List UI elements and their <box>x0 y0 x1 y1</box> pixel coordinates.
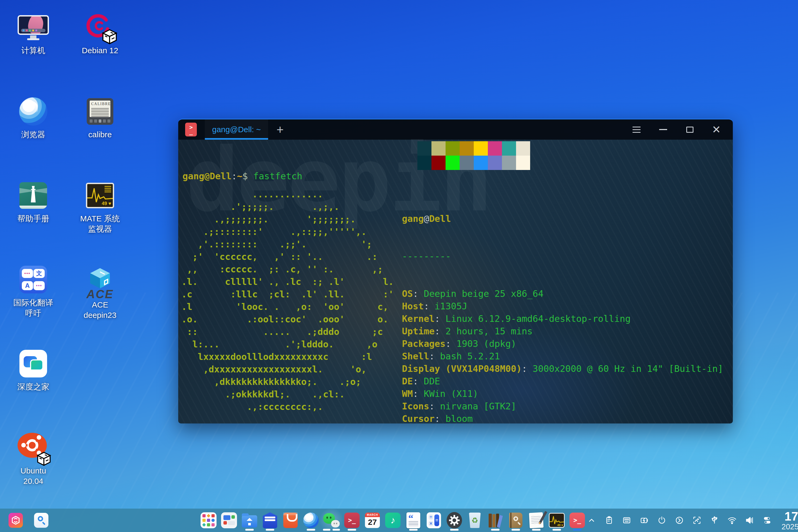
fastfetch-ascii-logo: ............. .';;;;;. .,;,. .,;;;;;;;. … <box>182 188 394 413</box>
palette-swatch <box>516 156 530 170</box>
taskbar-app-multitasking[interactable] <box>221 510 238 531</box>
taskbar-app-calendar[interactable]: MARCH 27 <box>364 510 381 531</box>
running-indicator <box>512 529 520 531</box>
desktop-icon-mate-system-monitor[interactable]: 49 ♥ MATE 系统监视器 <box>67 180 133 234</box>
terminal-window: >_ gang@Dell: ~ + ✕ deepin gang@Dell:~$ … <box>178 119 733 423</box>
taskbar-app-app-store[interactable] <box>282 510 299 531</box>
terminal-icon: >_ <box>570 513 585 528</box>
multitasking-icon <box>221 512 237 528</box>
fastfetch-info: gang@Dell --------- OS: Deepin beige 25 … <box>402 188 723 423</box>
taskbar-app-calculator[interactable]: ÷×= <box>425 510 442 531</box>
grand-search-button[interactable] <box>34 513 49 528</box>
translate-icon: ••• 文 A ••• <box>19 266 47 293</box>
help-manual-icon <box>19 182 47 209</box>
desktop-icon-browser[interactable]: 浏览器 <box>0 96 66 140</box>
music-icon: ♪ <box>385 513 401 528</box>
tray-battery-button[interactable] <box>639 514 650 526</box>
deepin-home-icon <box>19 350 47 377</box>
fastfetch-info-line: Packages: 1903 (dpkg) <box>402 338 723 350</box>
package-cube-icon <box>37 451 51 466</box>
palette-swatch <box>432 156 445 170</box>
palette-swatch <box>445 141 460 156</box>
chevron-up-icon <box>588 516 595 524</box>
taskbar-app-documents[interactable] <box>262 510 279 531</box>
tray-power-button[interactable] <box>656 514 668 526</box>
tray-switches-button[interactable] <box>761 514 773 526</box>
clipboard-icon <box>605 516 613 525</box>
running-indicator <box>332 529 340 531</box>
menu-button[interactable] <box>631 124 642 135</box>
desktop-icon-ubuntu[interactable]: Ubuntu 20.04 <box>0 432 66 486</box>
fastfetch-info-line: OS: Deepin beige 25 x86_64 <box>402 288 723 300</box>
taskbar-app-system-monitor[interactable]: 49 ♥ <box>548 510 565 531</box>
palette-swatch <box>445 156 460 170</box>
tray-screenshot-button[interactable] <box>691 514 703 526</box>
fastfetch-info-line: Icons: nirvana [GTK2] <box>402 400 723 413</box>
running-indicator <box>245 529 254 531</box>
fastfetch-info-line: Cursor: bloom <box>402 413 723 423</box>
computer-icon <box>18 15 49 40</box>
running-indicator <box>491 529 499 531</box>
taskbar-app-file-manager[interactable] <box>241 510 258 531</box>
minimize-button[interactable] <box>657 124 669 135</box>
desktop-icon-computer[interactable]: 计算机 <box>0 12 66 56</box>
minimize-icon <box>659 129 667 130</box>
speaker-icon <box>745 516 754 525</box>
documents-icon <box>263 512 277 528</box>
ace-icon: ACE <box>87 268 114 300</box>
desktop-icon-deepin-home[interactable]: 深度之家 <box>0 348 66 392</box>
tray-clipboard-button[interactable] <box>603 514 615 526</box>
close-button[interactable]: ✕ <box>710 124 722 135</box>
taskbar-app-dictionary[interactable] <box>507 510 524 531</box>
palette-swatch <box>460 141 474 156</box>
desktop-icon-translate[interactable]: ••• 文 A ••• 国际化翻译呼吁 <box>0 264 66 318</box>
palette-swatch <box>488 156 502 170</box>
tray-volume-button[interactable] <box>744 514 756 526</box>
system-monitor-icon: 49 ♥ <box>86 183 114 208</box>
calculator-icon: ÷×= <box>427 512 441 528</box>
tray-usb-button[interactable] <box>709 514 720 526</box>
taskbar-app-notes[interactable] <box>528 510 545 531</box>
dictionary-icon <box>509 513 522 528</box>
desktop-icon-debian12[interactable]: Debian 12 <box>67 12 133 56</box>
tray-session-button[interactable] <box>673 514 685 526</box>
desktop-icon-help-manual[interactable]: 帮助手册 <box>0 180 66 224</box>
usb-icon <box>710 516 719 525</box>
palette-swatch <box>474 156 488 170</box>
taskbar-app-gxde-terminal[interactable]: >_ <box>569 510 586 531</box>
screenshot-icon <box>693 516 701 525</box>
taskbar-app-browser[interactable] <box>302 510 320 531</box>
taskbar: >_ MARCH 27 ♪ “ ÷×= ♻ <box>0 509 798 532</box>
tray-onboard-button[interactable] <box>621 514 632 526</box>
taskbar-app-trash[interactable]: ♻ <box>466 510 483 531</box>
maximize-button[interactable] <box>684 124 696 135</box>
taskbar-app-music[interactable]: ♪ <box>384 510 401 531</box>
chevron-right-circle-icon <box>675 516 684 525</box>
desktop-icon-calibre[interactable]: CALIBRE calibre <box>67 96 133 140</box>
debian-icon <box>84 12 116 43</box>
taskbar-app-calibre[interactable] <box>487 510 504 531</box>
taskbar-app-app-grid[interactable] <box>200 510 217 531</box>
taskbar-app-word-document[interactable]: “ <box>405 510 422 531</box>
file-manager-icon <box>242 515 257 528</box>
taskbar-app-settings[interactable] <box>446 510 463 531</box>
palette-swatch <box>460 156 474 170</box>
desktop-icon-ace-deepin23[interactable]: ACE ACE deepin23 <box>67 264 133 320</box>
taskbar-clock[interactable]: 17:13 2025/1/18 <box>781 510 798 531</box>
tray-expand-button[interactable] <box>586 514 597 526</box>
palette-swatch <box>502 141 516 156</box>
running-indicator <box>323 529 330 531</box>
word-document-icon: “ <box>406 512 420 528</box>
taskbar-app-wechat[interactable] <box>323 510 340 531</box>
gear-icon <box>446 512 462 529</box>
terminal-content[interactable]: deepin gang@Dell:~$ fastfetch ..........… <box>178 140 733 423</box>
wifi-icon <box>727 516 737 525</box>
wechat-icon <box>323 513 340 528</box>
fastfetch-info-line: Kernel: Linux 6.12.9-amd64-desktop-rolli… <box>402 312 723 325</box>
running-indicator <box>532 529 540 531</box>
palette-swatch <box>432 141 445 156</box>
taskbar-app-deepin-terminal[interactable]: >_ <box>343 510 360 531</box>
close-icon: ✕ <box>712 124 721 135</box>
launcher-button[interactable] <box>8 513 23 528</box>
tray-wifi-button[interactable] <box>726 514 738 526</box>
